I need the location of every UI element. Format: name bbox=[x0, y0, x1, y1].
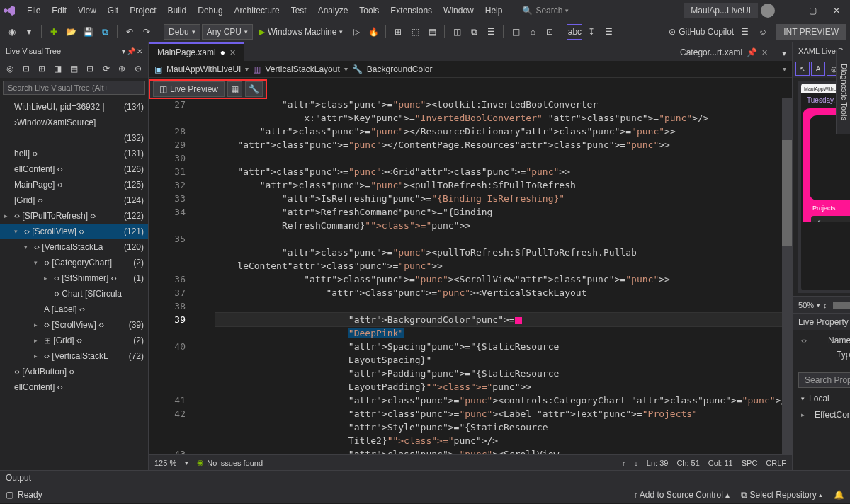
feedback-icon[interactable]: ☺ bbox=[755, 24, 771, 40]
start-button[interactable]: ▶ Windows Machine ▾ bbox=[254, 25, 347, 38]
code-line[interactable] bbox=[215, 232, 792, 246]
menu-edit[interactable]: Edit bbox=[46, 3, 72, 18]
tree-row[interactable]: ‹› [AddButton] ‹› bbox=[0, 364, 148, 379]
breadcrumb-element[interactable]: VerticalStackLayout bbox=[265, 64, 339, 74]
tree-row[interactable]: ‹› Chart [SfCircula bbox=[0, 286, 148, 302]
tab-pin-icon[interactable]: 📌 bbox=[747, 47, 757, 57]
tree-row[interactable]: ▾‹› [VerticalStackLa(120) bbox=[0, 239, 148, 255]
menu-file[interactable]: File bbox=[21, 3, 46, 18]
tabs-overflow-icon[interactable]: ▾ bbox=[776, 45, 792, 61]
lvt-icon-3[interactable]: ⊞ bbox=[35, 61, 50, 76]
menu-help[interactable]: Help bbox=[480, 3, 509, 18]
code-line[interactable]: "DeepPink" bbox=[215, 326, 792, 340]
preview-zoom[interactable]: 50% bbox=[798, 301, 814, 309]
xp-icon-2[interactable]: A bbox=[811, 62, 825, 76]
code-line[interactable]: "attr">class"punc">="punc"><ScrollView"a… bbox=[215, 273, 792, 286]
user-avatar[interactable] bbox=[761, 4, 775, 18]
save-icon[interactable]: 💾 bbox=[80, 24, 96, 40]
menu-architecture[interactable]: Architecture bbox=[229, 3, 285, 18]
menu-tools[interactable]: Tools bbox=[353, 3, 385, 18]
code-line[interactable]: "attr">Padding"punc">="{StaticResource bbox=[215, 367, 792, 380]
redo-icon[interactable]: ↷ bbox=[139, 24, 154, 40]
preview-hscroll[interactable] bbox=[833, 302, 850, 309]
tree-row[interactable]: ▸‹› [SfShimmer] ‹›(1) bbox=[0, 270, 148, 286]
tool-icon-3[interactable]: ▤ bbox=[424, 24, 440, 40]
source-control-button[interactable]: ↑ Add to Source Control ▴ bbox=[633, 490, 730, 500]
tree-row[interactable]: ▸‹› [VerticalStackL(72) bbox=[0, 348, 148, 364]
repo-button[interactable]: ⧉ Select Repository ▴ bbox=[741, 490, 822, 500]
close-button[interactable]: ✕ bbox=[826, 1, 847, 21]
code-line[interactable]: "attr">class"punc">="punc"><toolkit:Inve… bbox=[215, 98, 792, 111]
tree-row[interactable]: ›WindowXamlSource] bbox=[0, 115, 148, 130]
panel-menu-icon[interactable]: ▾ bbox=[122, 47, 125, 55]
tool-icon-11[interactable]: ↧ bbox=[584, 24, 599, 40]
diagnostic-tools-tab[interactable]: Diagnostic Tools bbox=[836, 50, 850, 134]
code-line[interactable]: "attr">class"punc">="punc"></ContentPage… bbox=[215, 138, 792, 151]
tool-icon-12[interactable]: ☰ bbox=[601, 24, 616, 40]
tree-row[interactable]: hell] ‹›(131) bbox=[0, 146, 148, 161]
crlf-label[interactable]: CRLF bbox=[766, 459, 786, 467]
lp-tool-2[interactable]: 🔧 bbox=[245, 81, 263, 97]
code-line[interactable]: "attr">class"punc">="punc"><pullToRefres… bbox=[215, 246, 792, 259]
xp-icon-1[interactable]: ↖ bbox=[795, 62, 810, 76]
panel-pin-icon[interactable]: 📌 bbox=[127, 47, 135, 55]
code-line[interactable]: "attr">class"punc">="punc"><controls:Cat… bbox=[215, 394, 792, 407]
tree-row[interactable]: ▾‹› [CategoryChart](2) bbox=[0, 255, 148, 270]
tree-row[interactable]: A [Label] ‹› bbox=[0, 302, 148, 317]
tree-row[interactable]: ▸‹› [ScrollView] ‹›(39) bbox=[0, 317, 148, 333]
saveall-icon[interactable]: ⧉ bbox=[97, 24, 113, 40]
lpe-group-local[interactable]: ▾ Local MainPage.xaml bbox=[793, 391, 850, 406]
config-select[interactable]: Debu ▾ bbox=[164, 24, 200, 40]
tool-icon-8[interactable]: ⌂ bbox=[525, 24, 540, 40]
code-line[interactable]: RefreshCommand}"">class">="punc">> bbox=[215, 219, 792, 232]
code-line[interactable]: "attr">class"punc">="punc"><pullToRefres… bbox=[215, 178, 792, 192]
code-line[interactable] bbox=[215, 151, 792, 165]
menu-build[interactable]: Build bbox=[162, 3, 193, 18]
maximize-button[interactable]: ▢ bbox=[802, 1, 823, 21]
zoom-label[interactable]: 125 % bbox=[154, 459, 176, 467]
tree-row[interactable]: [Grid] ‹›(124) bbox=[0, 193, 148, 208]
code-line[interactable]: "attr">Style"punc">="{StaticResource bbox=[215, 420, 792, 434]
code-line[interactable]: "attr">class"punc">="punc"><ScrollView bbox=[215, 447, 792, 454]
tab-mainpage[interactable]: MainPage.xaml ● ✕ bbox=[149, 42, 244, 61]
new-icon[interactable]: ✚ bbox=[46, 24, 62, 40]
copilot-button[interactable]: GitHub Copilot bbox=[679, 27, 734, 37]
breadcrumb-scope[interactable]: MauiAppWithLiveUI bbox=[166, 64, 241, 74]
code-line[interactable]: "attr">RefreshCommand"punc">="{Binding bbox=[215, 205, 792, 219]
lvt-icon-7[interactable]: ⟳ bbox=[98, 61, 113, 76]
tool-icon-5[interactable]: ⧉ bbox=[466, 24, 482, 40]
editor-scrollbar[interactable] bbox=[782, 98, 792, 454]
code-line[interactable]: "attr">IsRefreshing"punc">="{Binding IsR… bbox=[215, 192, 792, 205]
menu-debug[interactable]: Debug bbox=[192, 3, 228, 18]
platform-select[interactable]: Any CPU ▾ bbox=[202, 24, 253, 40]
code-line[interactable]: "attr">class"punc">="punc"><Label "attr"… bbox=[215, 407, 792, 420]
tool-icon-2[interactable]: ⬚ bbox=[407, 24, 423, 40]
code-line[interactable] bbox=[215, 299, 792, 313]
panel-close-icon[interactable]: ✕ bbox=[137, 47, 142, 55]
tool-icon-10[interactable]: abc bbox=[567, 24, 582, 40]
tool-icon-6[interactable]: ☰ bbox=[483, 24, 499, 40]
tree-row[interactable]: ▾‹› [ScrollView] ‹›(121) bbox=[0, 224, 148, 239]
menu-analyze[interactable]: Analyze bbox=[312, 3, 354, 18]
menu-project[interactable]: Project bbox=[124, 3, 162, 18]
lvt-icon-6[interactable]: ⊟ bbox=[83, 61, 98, 76]
start-nodebug-icon[interactable]: ▷ bbox=[348, 24, 364, 40]
code-line[interactable]: Title2}"">class">="punc">/> bbox=[215, 434, 792, 447]
menu-git[interactable]: Git bbox=[102, 3, 124, 18]
open-icon[interactable]: 📂 bbox=[63, 24, 79, 40]
code-line[interactable]: LayoutSpacing}" bbox=[215, 353, 792, 367]
nav-back-icon[interactable]: ◉ bbox=[4, 24, 20, 40]
code-line[interactable]: "attr">Spacing"punc">="{StaticResource bbox=[215, 340, 792, 353]
code-line[interactable]: "attr">class"punc">="punc"></ResourceDic… bbox=[215, 125, 792, 138]
lvt-icon-4[interactable]: ◨ bbox=[51, 61, 66, 76]
code-line[interactable]: "attr">BackgroundColor"punc">= bbox=[215, 313, 792, 326]
tool-icon-9[interactable]: ⊡ bbox=[542, 24, 557, 40]
tree-row[interactable]: ellContent] ‹› bbox=[0, 379, 148, 395]
code-line[interactable]: "attr">class"punc">="punc"><Grid"attr">c… bbox=[215, 165, 792, 178]
menu-extensions[interactable]: Extensions bbox=[385, 3, 438, 18]
tool-icon-1[interactable]: ⊞ bbox=[390, 24, 406, 40]
tree-row[interactable]: WithLiveUI, pid=36932 |(134) bbox=[0, 99, 148, 115]
tab-close-icon[interactable]: ✕ bbox=[761, 48, 768, 57]
undo-icon[interactable]: ↶ bbox=[122, 24, 137, 40]
lvt-search-input[interactable]: Search Live Visual Tree (Alt+ bbox=[3, 81, 145, 95]
